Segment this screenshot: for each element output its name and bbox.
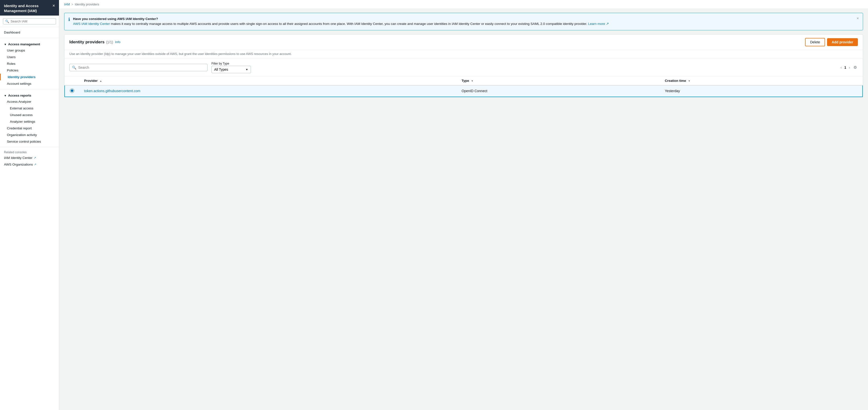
access-management-label: Access management xyxy=(8,42,40,46)
filter-wrap: Filter by Type All Types SAML OpenID Con… xyxy=(212,62,251,73)
prev-page-button[interactable]: ‹ xyxy=(840,65,843,70)
sidebar-section-access-management[interactable]: ▼ Access management xyxy=(0,40,59,47)
chevron-down-icon: ▼ xyxy=(4,43,7,46)
th-creation-time-sort-icon: ▼ xyxy=(688,79,690,82)
learn-more-external-icon: ↗ xyxy=(606,22,609,26)
sidebar-header: Identity and Access Management (IAM) × xyxy=(0,0,59,16)
th-radio xyxy=(65,76,79,85)
info-banner-body: makes it easy to centrally manage access… xyxy=(110,22,587,26)
breadcrumb-iam-link[interactable]: IAM xyxy=(64,2,70,6)
sidebar-close-button[interactable]: × xyxy=(50,3,55,8)
th-provider-label: Provider xyxy=(84,79,98,82)
pagination: ‹ 1 › ⚙ xyxy=(840,65,858,70)
th-type-sort-icon: ▼ xyxy=(471,79,473,82)
main-content: IAM > Identity providers ℹ Have you cons… xyxy=(59,0,868,410)
row-radio-cell xyxy=(65,85,79,97)
table-search-icon: 🔍 xyxy=(72,66,76,69)
sidebar-item-iam-identity-center[interactable]: IAM Identity Center ↗ xyxy=(0,155,59,161)
sidebar-item-roles[interactable]: Roles xyxy=(0,60,59,67)
access-reports-label: Access reports xyxy=(8,94,31,97)
sidebar-item-service-control-policies[interactable]: Service control policies xyxy=(0,138,59,145)
related-consoles-label: Related consoles xyxy=(0,149,59,155)
th-type[interactable]: Type ▼ xyxy=(457,76,660,85)
sidebar-item-aws-organizations[interactable]: AWS Organizations ↗ xyxy=(0,161,59,168)
table-search-wrap: 🔍 xyxy=(69,64,208,71)
info-banner-title: Have you considered using AWS IAM Identi… xyxy=(73,17,158,21)
sidebar-item-policies[interactable]: Policies xyxy=(0,67,59,74)
breadcrumb-separator: > xyxy=(71,2,73,6)
sidebar-item-external-access[interactable]: External access xyxy=(0,105,59,112)
filter-select-wrap: All Types SAML OpenID Connect ▼ xyxy=(212,66,251,73)
th-provider[interactable]: Provider ▲ xyxy=(79,76,457,85)
external-link-icon-2: ↗ xyxy=(34,163,36,166)
sidebar-search-area: 🔍 xyxy=(0,16,59,27)
provider-name-link[interactable]: token.actions.githubusercontent.com xyxy=(84,89,141,93)
aws-organizations-label: AWS Organizations xyxy=(4,163,33,166)
th-creation-time[interactable]: Creation time ▼ xyxy=(660,76,863,85)
panel-header: Identity providers (1/1) Info Delete Add… xyxy=(64,34,863,50)
chevron-down-icon-2: ▼ xyxy=(4,94,7,97)
table-header: Provider ▲ Type ▼ Creation time ▼ xyxy=(65,76,863,85)
add-provider-button[interactable]: Add provider xyxy=(827,38,858,46)
learn-more-link[interactable]: Learn more ↗ xyxy=(588,22,609,26)
sidebar-item-user-groups[interactable]: User groups xyxy=(0,47,59,54)
next-page-button[interactable]: › xyxy=(848,65,851,70)
page-number: 1 xyxy=(844,66,846,69)
search-icon: 🔍 xyxy=(5,20,9,23)
info-banner: ℹ Have you considered using AWS IAM Iden… xyxy=(64,13,863,30)
identity-providers-panel: Identity providers (1/1) Info Delete Add… xyxy=(64,34,863,97)
search-input[interactable] xyxy=(10,20,54,23)
table-body: token.actions.githubusercontent.com Open… xyxy=(65,85,863,97)
th-creation-time-label: Creation time xyxy=(665,79,686,82)
info-icon: ℹ xyxy=(68,17,70,22)
sidebar: Identity and Access Management (IAM) × 🔍… xyxy=(0,0,59,410)
table-row[interactable]: token.actions.githubusercontent.com Open… xyxy=(65,85,863,97)
sidebar-item-unused-access[interactable]: Unused access xyxy=(0,112,59,118)
nav-divider-1 xyxy=(0,38,59,38)
table-settings-button[interactable]: ⚙ xyxy=(852,65,858,70)
sidebar-item-dashboard[interactable]: Dashboard xyxy=(0,29,59,36)
sidebar-item-account-settings[interactable]: Account settings xyxy=(0,80,59,87)
providers-table: Provider ▲ Type ▼ Creation time ▼ xyxy=(64,76,863,97)
sidebar-title: Identity and Access Management (IAM) xyxy=(4,3,50,13)
row-type-cell: OpenID Connect xyxy=(457,85,660,97)
learn-more-label: Learn more xyxy=(588,22,605,26)
external-link-icon-1: ↗ xyxy=(34,156,36,160)
search-input-wrap: 🔍 xyxy=(3,18,56,24)
panel-header-actions: Delete Add provider xyxy=(805,38,858,46)
delete-button[interactable]: Delete xyxy=(805,38,825,46)
sidebar-item-access-analyzer[interactable]: Access Analyzer xyxy=(0,98,59,105)
sidebar-section-access-reports[interactable]: ▼ Access reports xyxy=(0,91,59,98)
content-area: ℹ Have you considered using AWS IAM Iden… xyxy=(59,9,868,410)
info-banner-text: Have you considered using AWS IAM Identi… xyxy=(73,16,854,27)
panel-info-link[interactable]: Info xyxy=(115,40,120,44)
panel-title: Identity providers xyxy=(69,40,104,44)
th-provider-sort-icon: ▲ xyxy=(100,79,102,82)
panel-header-title-row: Identity providers (1/1) Info xyxy=(69,40,120,44)
sidebar-item-analyzer-settings[interactable]: Analyzer settings xyxy=(0,118,59,125)
sidebar-item-organization-activity[interactable]: Organization activity xyxy=(0,132,59,138)
breadcrumb-current: Identity providers xyxy=(75,2,99,6)
type-filter-select[interactable]: All Types SAML OpenID Connect xyxy=(214,68,244,71)
breadcrumb: IAM > Identity providers xyxy=(59,0,868,9)
nav-divider-3 xyxy=(0,147,59,147)
iam-identity-center-link[interactable]: AWS IAM Identity Center xyxy=(73,22,110,26)
row-radio-input[interactable] xyxy=(70,89,74,93)
row-provider-cell: token.actions.githubusercontent.com xyxy=(79,85,457,97)
sidebar-nav: Dashboard ▼ Access management User group… xyxy=(0,27,59,410)
info-banner-close-button[interactable]: × xyxy=(857,16,859,21)
sidebar-item-identity-providers[interactable]: Identity providers xyxy=(0,74,59,80)
nav-divider-2 xyxy=(0,89,59,89)
filter-label: Filter by Type xyxy=(212,62,251,65)
th-type-label: Type xyxy=(462,79,469,82)
row-creation-time-cell: Yesterday xyxy=(660,85,863,97)
filter-chevron-icon: ▼ xyxy=(246,68,248,71)
table-search-input[interactable] xyxy=(78,66,205,69)
panel-subtitle: Use an identity provider (Idp) to manage… xyxy=(64,50,863,59)
panel-title-count: (1/1) xyxy=(106,40,113,44)
sidebar-item-credential-report[interactable]: Credential report xyxy=(0,125,59,132)
iam-identity-center-label: IAM Identity Center xyxy=(4,156,33,160)
sidebar-item-users[interactable]: Users xyxy=(0,54,59,60)
table-toolbar: 🔍 Filter by Type All Types SAML OpenID C… xyxy=(64,59,863,76)
